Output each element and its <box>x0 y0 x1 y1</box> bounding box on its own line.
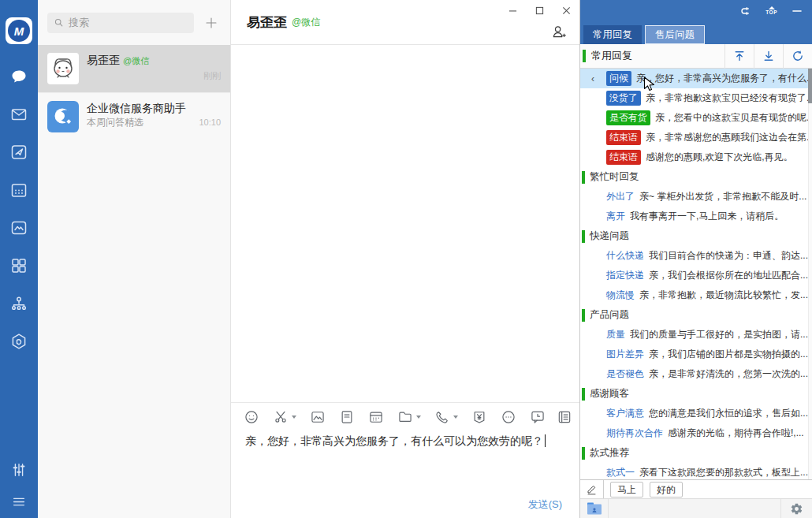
chat-history-icon[interactable] <box>530 409 546 425</box>
calendar-icon[interactable] <box>9 180 29 200</box>
chat-icon[interactable] <box>9 66 29 87</box>
quick-reply-item[interactable]: 物流慢亲，非常抱歉，最近物流比较繁忙，发... <box>580 285 812 305</box>
quick-reply-item[interactable]: 是否褪色亲，是非常好清洗的，您第一次洗的... <box>580 364 812 384</box>
reply-tag[interactable]: 结束语 <box>606 150 641 165</box>
quick-reply-item[interactable]: 没货了亲，非常抱歉这款宝贝已经没有现货了... <box>580 88 812 108</box>
quick-button-haode[interactable]: 好的 <box>650 482 683 498</box>
reply-tag[interactable]: 指定快递 <box>606 268 644 283</box>
reply-tag[interactable]: 款式一 <box>606 465 635 479</box>
panel-minimize-icon[interactable] <box>792 6 803 17</box>
reply-text: 我们目前合作的快递为：申通、韵达... <box>649 249 808 263</box>
top-label: TOP <box>765 10 777 16</box>
message-input[interactable]: 亲，您好，非常高兴为您服务了，有什么可以为您效劳的呢？ <box>231 428 579 453</box>
section-label: 繁忙时回复 <box>590 170 639 184</box>
search-input[interactable]: 搜索 <box>47 13 194 33</box>
screenshot-icon[interactable] <box>273 409 296 425</box>
schedule-icon[interactable] <box>368 409 384 425</box>
reply-text: 感谢您的惠顾,欢迎下次光临,再见。 <box>646 151 793 164</box>
quick-reply-item[interactable]: 结束语亲，非常感谢您的惠顾我们这边会在第... <box>580 128 812 147</box>
reply-tag[interactable]: 客户满意 <box>606 406 644 421</box>
nav-sidebar: M <box>0 0 38 518</box>
reply-tag[interactable]: 质量 <box>606 327 625 342</box>
call-icon[interactable] <box>434 409 458 425</box>
add-chat-button[interactable] <box>202 13 221 32</box>
quick-reply-item[interactable]: 图片差异亲，我们店铺的图片都是实物拍摄的... <box>580 345 812 364</box>
quick-reply-item[interactable]: 离开我有事离开一下,马上回来，请稍后。 <box>580 207 812 226</box>
message-area[interactable] <box>231 45 579 402</box>
add-member-icon[interactable] <box>550 24 567 43</box>
quick-button-mashang[interactable]: 马上 <box>610 482 643 498</box>
quick-reply-item[interactable]: 款式一亲看下这款跟您要的那款款式，板型上... <box>580 463 812 479</box>
quick-reply-item[interactable]: 期待再次合作感谢亲的光临，期待再合作啦!,... <box>580 423 812 443</box>
emoji-icon[interactable] <box>244 409 259 425</box>
reply-text: 我们的质量与手工很好的，是实拍图，请... <box>630 328 808 341</box>
quick-reply-item[interactable]: 是否有货亲，您看中的这款宝贝是有现货的呢... <box>580 108 812 128</box>
reply-tag[interactable]: 图片差异 <box>606 347 644 362</box>
quick-reply-section: 感谢顾客 <box>580 384 812 404</box>
panel-edit-row: 马上 好的 <box>580 479 812 498</box>
quick-reply-item[interactable]: 外出了亲~ 掌柜外出发货，非常抱歉不能及时... <box>580 187 812 207</box>
filter-sliders-icon[interactable] <box>9 460 29 480</box>
panel-tabs: 常用回复 售后问题 <box>580 21 812 44</box>
quick-reply-item[interactable]: ‹问候亲，您好，非常高兴为您服务了，有什么... <box>580 69 812 88</box>
quick-reply-item[interactable]: 结束语感谢您的惠顾,欢迎下次光临,再见。 <box>580 147 812 167</box>
reply-tag[interactable]: 物流慢 <box>606 288 635 303</box>
more-icon[interactable] <box>501 409 516 425</box>
section-color-bar <box>583 50 586 62</box>
collapse-chevron-icon[interactable]: ‹ <box>591 73 594 84</box>
magnet-icon[interactable] <box>737 4 751 18</box>
reply-tag[interactable]: 外出了 <box>606 189 635 204</box>
chat-title-badge: @微信 <box>292 16 320 29</box>
chat-list-item-yiwaiwai[interactable]: 易歪歪 @微信 刚刚 <box>38 45 230 92</box>
apps-grid-icon[interactable] <box>9 255 29 276</box>
tab-common-replies[interactable]: 常用回复 <box>583 25 642 44</box>
company-logo[interactable]: M <box>6 17 32 44</box>
quick-reply-item[interactable]: 指定快递亲，我们会根据你所在的地址匹配合... <box>580 266 812 285</box>
chat-header: 易歪歪 @微信 <box>231 0 579 45</box>
contacts-icon[interactable] <box>9 293 29 314</box>
section-label: 快递问题 <box>590 229 629 243</box>
settings-gear-icon[interactable] <box>780 499 812 518</box>
top-icon[interactable]: TOP <box>765 6 777 16</box>
menu-icon[interactable] <box>9 491 29 512</box>
text-caret <box>545 434 546 447</box>
workbench-icon[interactable] <box>9 142 29 162</box>
reply-text: 亲，我们店铺的图片都是实物拍摄的... <box>649 348 808 361</box>
quick-reply-item[interactable]: 什么快递我们目前合作的快递为：申通、韵达... <box>580 246 812 266</box>
send-button[interactable]: 发送(S) <box>528 498 562 512</box>
reply-tag[interactable]: 结束语 <box>606 130 641 145</box>
wechat-badge: @微信 <box>123 55 149 67</box>
input-toolbar <box>231 403 579 428</box>
search-row: 搜索 <box>38 0 230 45</box>
folder-library-icon[interactable] <box>580 499 609 518</box>
reply-tag[interactable]: 什么快递 <box>606 248 644 263</box>
refresh-icon[interactable] <box>783 44 812 69</box>
reply-tag[interactable]: 离开 <box>606 209 625 224</box>
maximize-icon[interactable] <box>526 0 553 20</box>
close-icon[interactable] <box>553 0 579 20</box>
file-icon[interactable] <box>339 409 355 425</box>
panel-scrollbar[interactable] <box>808 69 812 479</box>
reply-tag[interactable]: 是否有货 <box>606 110 650 125</box>
image-icon[interactable] <box>310 409 326 425</box>
scrollbar-thumb[interactable] <box>808 69 812 103</box>
message-list-icon[interactable] <box>557 409 572 425</box>
reply-tag[interactable]: 没货了 <box>606 91 641 106</box>
scroll-bottom-icon[interactable] <box>754 44 783 69</box>
docs-icon[interactable] <box>9 218 29 238</box>
reply-tag[interactable]: 问候 <box>606 71 631 86</box>
tab-aftersale-questions[interactable]: 售后问题 <box>645 25 705 44</box>
minimize-icon[interactable] <box>499 0 526 20</box>
folder-icon[interactable] <box>397 409 421 425</box>
section-color-bar <box>582 309 585 322</box>
chat-list-item-assistant[interactable]: 企业微信服务商助手 本周问答精选 10:10 <box>38 92 230 140</box>
mail-icon[interactable] <box>9 104 29 125</box>
scroll-top-icon[interactable] <box>724 44 754 69</box>
quick-reply-item[interactable]: 客户满意您的满意是我们永恒的追求，售后如... <box>580 404 812 423</box>
plugin-icon[interactable] <box>9 331 29 352</box>
reply-tag[interactable]: 是否褪色 <box>606 367 644 382</box>
reply-tag[interactable]: 期待再次合作 <box>606 426 663 441</box>
payment-icon[interactable] <box>471 409 487 425</box>
quick-reply-item[interactable]: 质量我们的质量与手工很好的，是实拍图，请... <box>580 325 812 345</box>
edit-pencil-icon[interactable] <box>580 480 604 498</box>
